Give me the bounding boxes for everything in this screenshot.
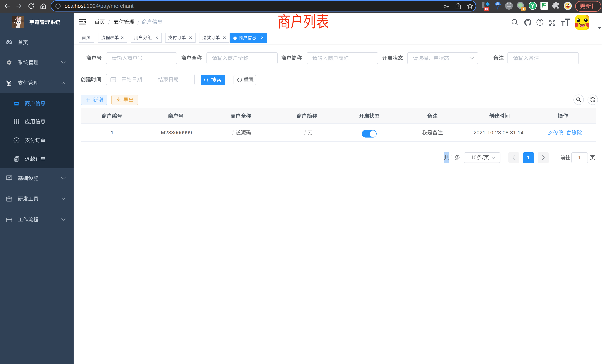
- svg-text:1: 1: [523, 7, 524, 11]
- svg-text:10: 10: [485, 7, 488, 11]
